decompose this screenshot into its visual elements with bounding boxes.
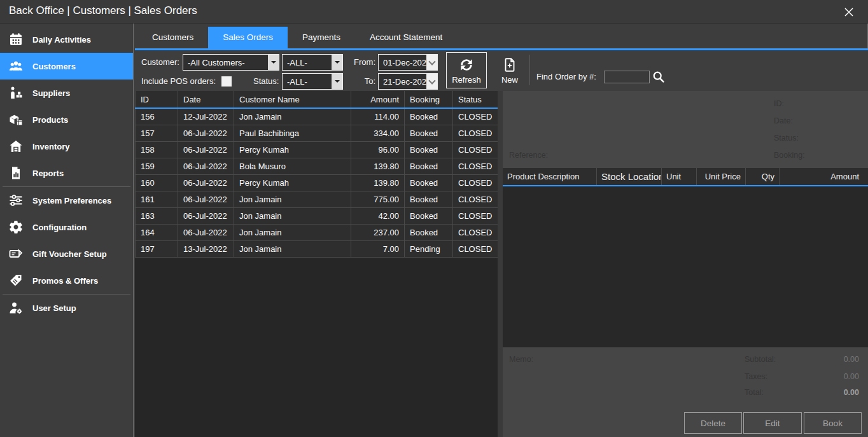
cell-status: CLOSED: [453, 142, 498, 158]
sidebar-item-products[interactable]: Products: [0, 106, 133, 133]
orders-list-panel: ID Date Customer Name Amount Booking Sta…: [135, 91, 498, 437]
cell-status: CLOSED: [453, 225, 498, 241]
sale-tag-icon: [8, 273, 24, 288]
items-col-unit-price: Unit Price: [697, 168, 746, 185]
items-col-stock-location: Stock Location: [597, 168, 662, 185]
filter-bar: Customer: -All Customers- -ALL- From: 01…: [135, 50, 868, 91]
tab-account-statement[interactable]: Account Statement: [355, 27, 457, 48]
cell-customer-name: Jon Jamain: [234, 241, 351, 258]
tab-payments[interactable]: Payments: [288, 27, 355, 48]
status-select[interactable]: -ALL-: [282, 73, 343, 90]
sidebar-item-label: Configuration: [32, 223, 87, 232]
dropdown-arrow-icon[interactable]: [332, 55, 342, 70]
calendar-icon: [8, 32, 24, 47]
refresh-button[interactable]: Refresh: [446, 52, 487, 88]
sidebar-item-daily-activities[interactable]: Daily Activities: [0, 26, 133, 53]
sidebar-item-user-setup[interactable]: User Setup: [0, 295, 133, 321]
order-row[interactable]: 15706-Jul-2022Paul Bachibinga334.00Booke…: [136, 125, 498, 142]
cell-amount: 139.80: [351, 158, 405, 175]
cell-booking: Booked: [405, 225, 453, 241]
orders-table: ID Date Customer Name Amount Booking Sta…: [135, 91, 498, 258]
sidebar-item-promos-offers[interactable]: Promos & Offers: [0, 267, 133, 294]
order-row[interactable]: 15612-Jul-2022Jon Jamain114.00BookedCLOS…: [136, 108, 498, 125]
total-label: Total:: [745, 388, 764, 397]
from-date-picker[interactable]: 01-Dec-2021: [378, 54, 438, 71]
detail-status-label: Status:: [774, 134, 799, 142]
cell-id: 158: [136, 142, 178, 158]
new-order-button[interactable]: New: [495, 54, 524, 87]
cell-booking: Booked: [405, 208, 453, 225]
cell-customer-name: Paul Bachibinga: [234, 125, 351, 142]
sidebar-item-suppliers[interactable]: Suppliers: [0, 80, 133, 106]
sidebar-item-customers[interactable]: Customers: [0, 53, 133, 80]
detail-date-label: Date:: [774, 116, 793, 125]
cell-amount: 96.00: [351, 142, 405, 158]
sidebar-item-gift-voucher-setup[interactable]: Gift Voucher Setup: [0, 240, 133, 267]
sidebar-item-inventory[interactable]: Inventory: [0, 133, 133, 160]
sidebar-item-system-preferences[interactable]: System Preferences: [0, 187, 133, 214]
col-header-booking[interactable]: Booking: [405, 91, 453, 108]
order-row[interactable]: 15806-Jul-2022Percy Kumah96.00BookedCLOS…: [136, 142, 498, 158]
include-pos-checkbox[interactable]: [221, 76, 232, 87]
delete-button[interactable]: Delete: [684, 412, 742, 434]
cell-id: 197: [136, 241, 178, 258]
order-row[interactable]: 16406-Jul-2022Jon Jamain237.00BookedCLOS…: [136, 225, 498, 241]
voucher-icon: [8, 246, 24, 261]
sidebar-item-reports[interactable]: Reports: [0, 160, 133, 186]
cell-date: 13-Jul-2022: [178, 241, 234, 258]
order-row[interactable]: 16306-Jul-2022Jon Jamain42.00BookedCLOSE…: [136, 208, 498, 225]
cell-booking: Booked: [405, 125, 453, 142]
tab-sales-orders[interactable]: Sales Orders: [208, 27, 288, 48]
cell-booking: Booked: [405, 175, 453, 191]
cell-status: CLOSED: [453, 241, 498, 258]
col-header-customer-name[interactable]: Customer Name: [234, 91, 351, 108]
to-date-picker[interactable]: 21-Dec-2022: [378, 73, 438, 90]
dropdown-arrow-icon[interactable]: [268, 55, 279, 70]
suppliers-icon: [8, 85, 24, 101]
cell-status: CLOSED: [453, 175, 498, 191]
cell-amount: 334.00: [351, 125, 405, 142]
col-header-date[interactable]: Date: [178, 91, 234, 108]
find-order-input[interactable]: [604, 71, 650, 83]
edit-button[interactable]: Edit: [743, 412, 802, 434]
sidebar-item-configuration[interactable]: Configuration: [0, 214, 133, 240]
cell-booking: Booked: [405, 158, 453, 175]
col-header-id[interactable]: ID: [136, 91, 178, 108]
new-button-label: New: [501, 75, 518, 85]
sidebar-item-label: Inventory: [32, 142, 70, 151]
dropdown-arrow-icon[interactable]: [332, 74, 342, 89]
from-date-label: From:: [349, 54, 375, 71]
tab-customers[interactable]: Customers: [137, 27, 208, 48]
cell-status: CLOSED: [453, 158, 498, 175]
to-date-label: To:: [349, 73, 375, 90]
items-col-qty: Qty: [746, 168, 780, 185]
cell-date: 06-Jul-2022: [178, 158, 234, 175]
items-col-product-description: Product Description: [503, 168, 597, 185]
order-row[interactable]: 15906-Jul-2022Bola Musuro139.80BookedCLO…: [136, 158, 498, 175]
refresh-button-label: Refresh: [452, 75, 481, 85]
cell-date: 06-Jul-2022: [178, 225, 234, 241]
memo-label: Memo:: [509, 355, 533, 364]
cell-id: 156: [136, 108, 178, 125]
sidebar-item-label: Gift Voucher Setup: [32, 249, 107, 259]
chevron-down-icon[interactable]: [426, 74, 437, 89]
app-window: Back Office | Customers | Sales Orders D…: [0, 0, 868, 437]
col-header-amount[interactable]: Amount: [351, 91, 405, 108]
customer-select[interactable]: -All Customers-: [183, 54, 279, 71]
order-footer-section: Memo: Subtotal: 0.00 Taxes: 0.00 Total: …: [503, 347, 868, 437]
col-header-status[interactable]: Status: [453, 91, 498, 108]
order-row[interactable]: 16006-Jul-2022Percy Kumah139.80BookedCLO…: [136, 175, 498, 191]
cell-customer-name: Bola Musuro: [234, 158, 351, 175]
close-button[interactable]: [841, 4, 857, 20]
search-button[interactable]: [652, 70, 666, 84]
cell-customer-name: Percy Kumah: [234, 175, 351, 191]
chevron-down-icon[interactable]: [426, 55, 437, 70]
close-icon: [841, 4, 857, 20]
customer-group-select[interactable]: -ALL-: [282, 54, 343, 71]
cell-booking: Booked: [405, 108, 453, 125]
order-row[interactable]: 16106-Jul-2022Jon Jamain775.00BookedCLOS…: [136, 191, 498, 208]
customer-filter-label: Customer:: [141, 54, 179, 71]
book-button[interactable]: Book: [804, 412, 862, 434]
order-row[interactable]: 19713-Jul-2022Jon Jamain7.00PendingCLOSE…: [136, 241, 498, 258]
search-icon: [652, 70, 666, 84]
